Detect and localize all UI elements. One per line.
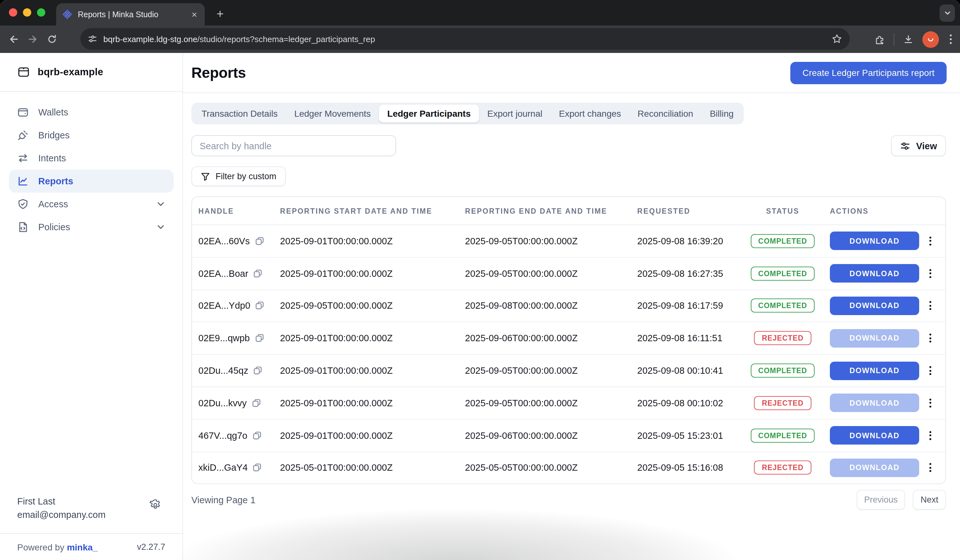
download-button[interactable]: DOWNLOAD	[830, 361, 919, 380]
end-date-cell: 2025-09-05T00:00:00.000Z	[465, 365, 637, 376]
handle-cell: 02EA...60Vs	[198, 236, 280, 246]
site-settings-icon[interactable]	[88, 34, 97, 43]
report-tab[interactable]: Ledger Participants	[379, 105, 479, 122]
search-input[interactable]	[191, 135, 396, 156]
actions-cell: DOWNLOAD	[830, 264, 945, 283]
bookmark-star-icon[interactable]	[832, 34, 842, 44]
sidebar-item-wallets[interactable]: Wallets	[9, 101, 173, 124]
wallet-icon	[17, 107, 29, 118]
browser-toolbar: bqrb-example.ldg-stg.one/studio/reports?…	[0, 26, 960, 53]
row-kebab-menu-icon[interactable]	[927, 299, 934, 313]
table-row: 467V...qg7o 2025-09-01T00:00:00.000Z 202…	[192, 420, 945, 452]
copy-icon[interactable]	[252, 398, 261, 408]
url-bar[interactable]: bqrb-example.ldg-stg.one/studio/reports?…	[80, 28, 850, 50]
row-kebab-menu-icon[interactable]	[927, 266, 934, 280]
table-row: 02EA...Ydp0 2025-09-05T00:00:00.000Z 202…	[192, 290, 945, 322]
sidebar-item-bridges[interactable]: Bridges	[9, 124, 173, 147]
minka-brand-link[interactable]: minka_	[67, 542, 98, 552]
copy-icon[interactable]	[253, 366, 262, 375]
download-button[interactable]: DOWNLOAD	[830, 459, 919, 477]
previous-page-button[interactable]: Previous	[856, 490, 905, 510]
sidebar-item-intents[interactable]: Intents	[9, 147, 173, 170]
end-date-cell: 2025-09-06T00:00:00.000Z	[465, 430, 637, 440]
report-tab[interactable]: Export changes	[551, 105, 630, 122]
create-report-button[interactable]: Create Ledger Participants report	[790, 62, 947, 84]
table-row: xkiD...GaY4 2025-05-01T00:00:00.000Z 202…	[192, 452, 945, 484]
status-cell: COMPLETED	[736, 234, 830, 248]
status-cell: COMPLETED	[736, 363, 830, 378]
requested-cell: 2025-09-08 00:10:41	[637, 365, 736, 376]
report-tab[interactable]: Export journal	[479, 105, 551, 122]
reload-icon[interactable]	[42, 30, 61, 49]
report-tab[interactable]: Ledger Movements	[286, 105, 379, 122]
back-icon[interactable]	[4, 30, 23, 49]
sidebar-item-policies[interactable]: Policies	[9, 216, 173, 238]
download-button[interactable]: DOWNLOAD	[830, 394, 919, 412]
next-page-button[interactable]: Next	[913, 490, 946, 510]
handle-text: 02EA...60Vs	[198, 236, 250, 246]
table-header-row: HANDLE REPORTING START DATE AND TIME REP…	[192, 197, 945, 225]
filter-button[interactable]: Filter by custom	[191, 166, 286, 186]
zoom-window-button[interactable]	[37, 8, 45, 17]
row-kebab-menu-icon[interactable]	[927, 461, 934, 475]
copy-icon[interactable]	[255, 334, 264, 343]
plug-icon	[17, 130, 29, 141]
downloads-icon[interactable]	[903, 34, 914, 44]
copy-icon[interactable]	[256, 301, 264, 310]
handle-text: 467V...qg7o	[198, 430, 248, 440]
status-badge: REJECTED	[754, 396, 811, 410]
download-button[interactable]: DOWNLOAD	[830, 426, 919, 445]
report-tab[interactable]: Billing	[701, 105, 742, 122]
requested-cell: 2025-09-08 16:11:51	[637, 333, 736, 344]
row-kebab-menu-icon[interactable]	[927, 331, 934, 346]
app-page: bqrb-example Wallets Bridges	[0, 53, 960, 560]
sidebar-item-access[interactable]: Access	[9, 193, 173, 216]
start-date-cell: 2025-09-05T00:00:00.000Z	[280, 301, 465, 311]
copy-icon[interactable]	[253, 431, 262, 440]
arrows-swap-icon	[17, 152, 29, 164]
table-row: 02E9...qwpb 2025-09-01T00:00:00.000Z 202…	[192, 322, 945, 355]
report-tab[interactable]: Transaction Details	[193, 105, 286, 122]
sidebar-nav: Wallets Bridges Intents	[0, 92, 182, 238]
requested-cell: 2025-09-08 16:39:20	[637, 236, 736, 246]
column-header-actions: ACTIONS	[830, 207, 945, 214]
forward-icon[interactable]	[23, 30, 42, 49]
chart-line-icon	[17, 175, 29, 187]
reports-table: HANDLE REPORTING START DATE AND TIME REP…	[191, 197, 946, 485]
row-kebab-menu-icon[interactable]	[927, 234, 934, 248]
sidebar-item-reports[interactable]: Reports	[9, 170, 173, 193]
actions-cell: DOWNLOAD	[830, 426, 945, 445]
download-button[interactable]: DOWNLOAD	[830, 264, 919, 283]
actions-cell: DOWNLOAD	[830, 329, 945, 347]
status-cell: REJECTED	[736, 461, 830, 475]
sidebar-item-label: Access	[38, 199, 68, 209]
view-button[interactable]: View	[891, 135, 946, 156]
extensions-icon[interactable]	[875, 34, 885, 44]
start-date-cell: 2025-09-01T00:00:00.000Z	[280, 268, 465, 278]
new-tab-button[interactable]: +	[212, 6, 228, 22]
browser-menu-icon[interactable]	[948, 34, 954, 44]
viewing-page-label: Viewing Page 1	[191, 495, 256, 505]
row-kebab-menu-icon[interactable]	[927, 428, 934, 442]
download-button[interactable]: DOWNLOAD	[830, 329, 919, 347]
close-tab-icon[interactable]: ×	[190, 10, 198, 19]
copy-icon[interactable]	[255, 237, 264, 246]
sidebar-item-label: Wallets	[38, 107, 68, 117]
download-button[interactable]: DOWNLOAD	[830, 232, 919, 250]
window-chevron-button[interactable]	[939, 5, 955, 22]
download-button[interactable]: DOWNLOAD	[830, 297, 919, 315]
copy-icon[interactable]	[253, 269, 262, 278]
minimize-window-button[interactable]	[23, 8, 31, 17]
browser-tab[interactable]: Reports | Minka Studio ×	[56, 3, 205, 26]
row-kebab-menu-icon[interactable]	[927, 396, 934, 410]
report-tabs: Transaction Details Ledger Movements Led…	[191, 103, 744, 124]
close-window-button[interactable]	[9, 8, 17, 17]
ledger-selector[interactable]: bqrb-example	[0, 53, 182, 92]
shield-check-icon	[17, 198, 29, 210]
copy-icon[interactable]	[253, 463, 262, 472]
chevron-down-icon	[156, 200, 165, 208]
report-tab[interactable]: Reconciliation	[629, 105, 701, 122]
settings-gear-icon[interactable]	[149, 499, 162, 511]
row-kebab-menu-icon[interactable]	[927, 363, 934, 378]
profile-avatar[interactable]	[922, 31, 939, 48]
